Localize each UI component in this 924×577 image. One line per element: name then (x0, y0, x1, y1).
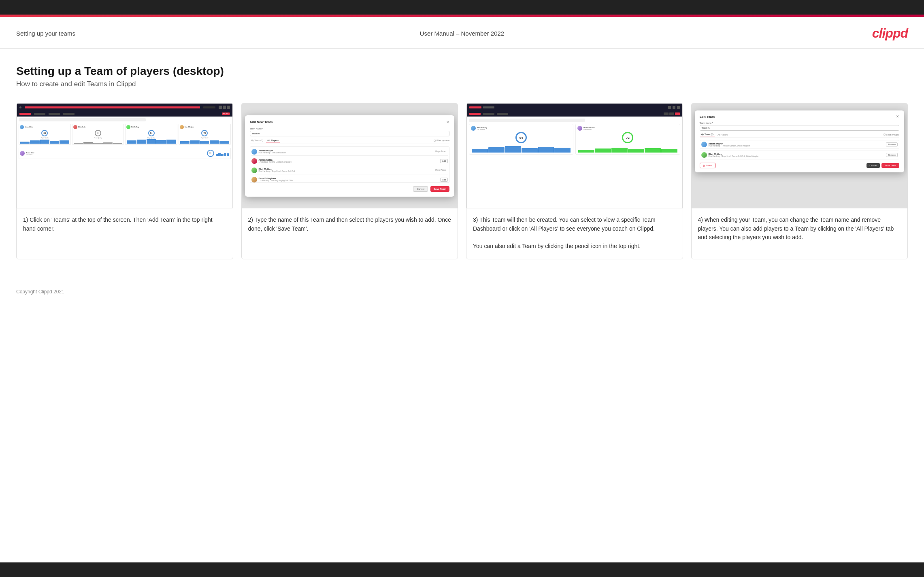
modal-label: Team Name * (250, 127, 450, 130)
modal-team-name-input[interactable]: Team A (250, 131, 450, 136)
ss1-nav: Add Team (17, 111, 232, 117)
edit-footer-right: Cancel Save Team (867, 163, 899, 168)
edit-modal-label: Team Name * (700, 122, 900, 124)
card-4-text: 4) When editing your Team, you can chang… (692, 208, 908, 259)
card-3: Blair McHarg Plus Handicap 94 (466, 103, 683, 259)
edit-player-avatar-2 (701, 152, 707, 158)
player-info-2: Adrian Colba 1 Handicap · Central London… (259, 159, 439, 163)
edit-tab-all-players[interactable]: All Players (716, 133, 729, 136)
card-1: Add Team Adrian Collins 84 (16, 103, 233, 259)
tab-my-team[interactable]: My Team (2) (250, 139, 264, 142)
edit-player-list: Adrian Player Plus Handicap · The Shire … (700, 140, 900, 159)
remove-player-1-button[interactable]: Remove (886, 142, 898, 146)
delete-icon: 🗑 (703, 164, 705, 167)
delete-team-button[interactable]: 🗑 Delete (700, 163, 716, 168)
edit-modal-filter: Filter by name (884, 134, 899, 136)
ss1-topbar (17, 104, 232, 111)
edit-player-club-1: Plus Handicap · The Shire London, United… (709, 145, 885, 147)
edit-filter-label: Filter by name (886, 134, 899, 136)
player-item-2: Adrian Colba 1 Handicap · Central London… (251, 157, 448, 165)
filter-checkbox[interactable] (434, 140, 436, 142)
header-left-text: Setting up your teams (16, 30, 75, 37)
player-action-3: Player Added (434, 169, 448, 172)
edit-team-modal: Edit Team ✕ Team Name * Team A My Team (… (695, 110, 905, 172)
add-player-2-button[interactable]: Add (440, 159, 448, 163)
edit-player-item-1: Adrian Player Plus Handicap · The Shire … (700, 140, 900, 149)
edit-tab-my-team[interactable]: My Team (2) (700, 133, 715, 136)
add-new-team-modal: Add New Team ✕ Team Name * Team A My Tea… (245, 115, 455, 197)
clippd-logo: clippd (872, 26, 908, 40)
edit-modal-footer: 🗑 Delete Cancel Save Team (700, 163, 900, 168)
add-player-4-button[interactable]: Add (440, 178, 448, 182)
edit-cancel-button[interactable]: Cancel (867, 163, 880, 168)
modal-footer: Cancel Save Team (250, 186, 450, 192)
player-action-1: Player Added (434, 150, 448, 153)
card-4-screenshot: Edit Team ✕ Team Name * Team A My Team (… (692, 103, 908, 208)
card-4: Edit Team ✕ Team Name * Team A My Team (… (691, 103, 908, 259)
modal-title: Add New Team (250, 120, 273, 124)
player-info-1: Adrian Player Plus Handicap · The Shire … (259, 149, 432, 154)
modal-filter: Filter by name (434, 139, 449, 142)
remove-player-2-button[interactable]: Remove (886, 153, 898, 157)
delete-label: Delete (706, 164, 713, 167)
player-avatar-4 (251, 177, 257, 182)
modal-tabs: My Team (2) All Players Filter by name (250, 139, 450, 144)
top-bar (0, 0, 924, 15)
cancel-button[interactable]: Cancel (413, 186, 428, 192)
main-content: Setting up a Team of players (desktop) H… (0, 49, 924, 284)
player-info-3: Blair McHarg Plus Handicap · Royal North… (259, 168, 432, 172)
cards-row: Add Team Adrian Collins 84 (16, 103, 908, 259)
card-3-screenshot: Blair McHarg Plus Handicap 94 (466, 103, 683, 208)
modal-close-icon[interactable]: ✕ (446, 120, 449, 124)
header: Setting up your teams User Manual – Nove… (0, 17, 924, 49)
card-2-screenshot: Add New Team ✕ Team Name * Team A My Tea… (242, 103, 458, 208)
edit-player-avatar-1 (701, 142, 707, 147)
player-list: Adrian Player Plus Handicap · The Shire … (250, 146, 450, 183)
copyright-text: Copyright Clippd 2021 (16, 289, 64, 295)
card-2: Add New Team ✕ Team Name * Team A My Tea… (241, 103, 458, 259)
edit-player-info-2: Blair McHarg Plus Handicap · Royal North… (709, 153, 885, 157)
ss1-content: Adrian Collins 84 Player Quality (17, 117, 232, 208)
card-2-text: 2) Type the name of this Team and then s… (242, 208, 458, 259)
player-club-1: Plus Handicap · The Shire London (259, 152, 432, 154)
filter-label: Filter by name (436, 139, 449, 142)
edit-player-club-2: Plus Handicap · Royal North Devon Golf C… (709, 155, 885, 157)
player-avatar-3 (251, 168, 257, 173)
edit-player-info-1: Adrian Player Plus Handicap · The Shire … (709, 142, 885, 147)
player-item-1: Adrian Player Plus Handicap · The Shire … (251, 148, 448, 156)
edit-save-team-button[interactable]: Save Team (881, 163, 899, 168)
tab-all-players[interactable]: All Players (266, 139, 280, 142)
player-info-4: Dave Billingham 1.5 Handicap · The Ding … (259, 177, 439, 182)
edit-modal-close-icon[interactable]: ✕ (896, 115, 899, 119)
player-item-4: Dave Billingham 1.5 Handicap · The Ding … (251, 176, 448, 183)
player-club-4: 1.5 Handicap · The Ding Maying Golf Club (259, 180, 439, 182)
edit-modal-tabs: My Team (2) All Players Filter by name (700, 133, 900, 138)
card-1-text: 1) Click on 'Teams' at the top of the sc… (17, 208, 233, 259)
edit-modal-title: Edit Team (700, 115, 715, 119)
card-1-screenshot: Add Team Adrian Collins 84 (17, 103, 233, 208)
footer: Copyright Clippd 2021 (0, 284, 924, 303)
edit-modal-header: Edit Team ✕ (700, 115, 900, 119)
player-avatar-2 (251, 158, 257, 164)
header-center-text: User Manual – November 2022 (420, 30, 504, 37)
edit-filter-checkbox[interactable] (884, 134, 886, 136)
logo-area: clippd (872, 26, 908, 41)
bottom-bar (0, 562, 924, 577)
modal-header: Add New Team ✕ (250, 120, 450, 124)
edit-player-item-2: Blair McHarg Plus Handicap · Royal North… (700, 151, 900, 159)
player-item-3: Blair McHarg Plus Handicap · Royal North… (251, 167, 448, 174)
page-title: Setting up a Team of players (desktop) (16, 65, 908, 78)
player-club-2: 1 Handicap · Central London Golf Centre (259, 161, 439, 163)
edit-team-name-input[interactable]: Team A (700, 125, 900, 131)
player-avatar-1 (251, 149, 257, 155)
page-subtitle: How to create and edit Teams in Clippd (16, 80, 908, 88)
save-team-button[interactable]: Save Team (430, 186, 449, 192)
player-club-3: Plus Handicap · Royal North Devon Golf C… (259, 170, 432, 172)
card-3-text: 3) This Team will then be created. You c… (466, 208, 683, 259)
